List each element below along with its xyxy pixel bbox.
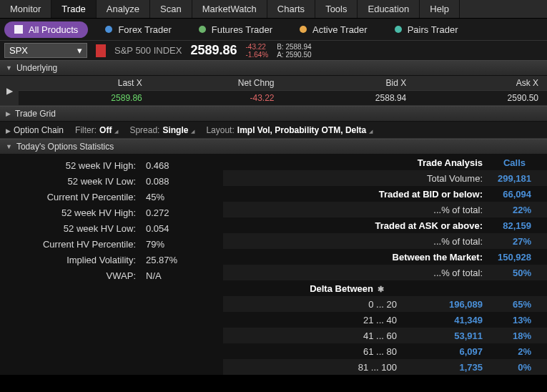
delta-pct: 13% — [490, 315, 547, 325]
main-tab-charts[interactable]: Charts — [267, 0, 315, 18]
todays-stats-label: Today's Options Statistics — [16, 142, 114, 152]
spread-label: Spread: — [129, 125, 159, 135]
chevron-down-icon: ▼ — [6, 143, 12, 150]
stat-row: 52 week HV Low:0.054 — [0, 220, 223, 236]
analysis-label: ...% of total: — [223, 205, 490, 215]
option-chain-toggle[interactable]: ▶ Option Chain — [6, 125, 64, 135]
chevron-down-icon: ◢ — [369, 129, 373, 134]
sub-tab-label: Pairs Trader — [408, 24, 458, 35]
stat-value: N/A — [140, 270, 162, 281]
underlying-header[interactable]: ▼ Underlying — [0, 60, 547, 76]
dot-icon — [395, 26, 402, 33]
underlying-header-cell: Last X — [19, 76, 151, 91]
symbol-name: S&P 500 INDEX — [114, 45, 182, 56]
stat-label: 52 week IV High: — [0, 160, 140, 171]
layout-control[interactable]: Layout: Impl Vol, Probability OTM, Delta… — [206, 125, 373, 135]
option-chain-bar: ▶ Option Chain Filter: Off ◢ Spread: Sin… — [0, 122, 547, 139]
analysis-row: Total Volume:299,181 — [223, 170, 547, 186]
delta-row: 0 ... 20196,08965% — [223, 296, 547, 312]
main-tab-scan[interactable]: Scan — [150, 0, 192, 18]
chevron-right-icon: ▶ — [6, 86, 13, 96]
sub-tab-all-products[interactable]: All Products — [4, 21, 88, 38]
main-tab-analyze[interactable]: Analyze — [97, 0, 150, 18]
symbol-price: 2589.86 — [190, 43, 237, 58]
stat-value: 79% — [140, 239, 164, 250]
analysis-label: ...% of total: — [223, 236, 490, 247]
delta-value: 53,911 — [404, 330, 490, 341]
alert-icon[interactable] — [96, 44, 106, 57]
delta-pct: 2% — [490, 346, 547, 357]
change-abs: -43.22 — [246, 43, 269, 51]
analysis-label: ...% of total: — [223, 268, 490, 278]
sub-tab-pairs-trader[interactable]: Pairs Trader — [385, 21, 468, 38]
sub-tab-futures-trader[interactable]: Futures Trader — [189, 21, 282, 38]
filter-value: Off — [99, 125, 112, 135]
underlying-value-cell: 2588.94 — [283, 91, 415, 105]
layout-value: Impl Vol, Probability OTM, Delta — [237, 125, 366, 135]
stat-label: 52 week IV Low: — [0, 176, 140, 187]
spread-control[interactable]: Spread: Single ◢ — [129, 125, 194, 135]
underlying-label: Underlying — [16, 63, 57, 73]
underlying-header-cell: Ask X — [415, 76, 547, 91]
dot-icon — [199, 26, 206, 33]
main-tab-education[interactable]: Education — [358, 0, 420, 18]
analysis-row: Between the Market:150,928 — [223, 249, 547, 265]
main-tab-help[interactable]: Help — [420, 0, 460, 18]
underlying-header-cell: Bid X — [283, 76, 415, 91]
trade-analysis-header: Trade AnalysisCalls — [223, 155, 547, 170]
main-tab-trade[interactable]: Trade — [51, 0, 96, 18]
analysis-value: 22% — [490, 205, 547, 215]
main-tab-monitor[interactable]: Monitor — [0, 0, 51, 18]
stat-row: Current HV Percentile:79% — [0, 236, 223, 252]
filter-label: Filter: — [75, 125, 97, 135]
sub-tab-forex-trader[interactable]: Forex Trader — [95, 21, 181, 38]
stat-value: 25.87% — [140, 255, 177, 265]
delta-range: 81 ... 100 — [223, 362, 404, 373]
stat-value: 0.054 — [140, 223, 169, 234]
symbol-select[interactable]: SPX ▾ — [4, 43, 87, 58]
expand-arrow[interactable]: ▶ — [0, 76, 19, 105]
stat-row: 52 week HV High:0.272 — [0, 205, 223, 220]
sub-tab-active-trader[interactable]: Active Trader — [290, 21, 378, 38]
stat-value: 0.468 — [140, 160, 169, 171]
stat-row: Implied Volatility:25.87% — [0, 252, 223, 268]
analysis-label: Traded at BID or below: — [223, 189, 490, 200]
underlying-value-cell: -43.22 — [151, 91, 283, 105]
underlying-header-cell: Net Chng — [151, 76, 283, 91]
analysis-row: Traded at BID or below:66,094 — [223, 186, 547, 202]
main-tab-marketwatch[interactable]: MarketWatch — [192, 0, 267, 18]
stat-row: VWAP:N/A — [0, 268, 223, 283]
delta-value: 6,097 — [404, 346, 490, 357]
trade-grid-header[interactable]: ▶ Trade Grid — [0, 106, 547, 122]
stat-value: 0.088 — [140, 176, 169, 187]
sub-tab-label: Forex Trader — [118, 24, 171, 35]
bid-value: B: 2588.94 — [277, 43, 311, 51]
stats-left: 52 week IV High:0.46852 week IV Low:0.08… — [0, 155, 223, 375]
stats-body: 52 week IV High:0.46852 week IV Low:0.08… — [0, 155, 547, 375]
sub-tab-label: Active Trader — [312, 24, 368, 35]
chevron-right-icon: ▶ — [6, 110, 11, 117]
gear-icon[interactable]: ✱ — [378, 285, 384, 293]
analysis-label: Traded at ASK or above: — [223, 220, 490, 231]
delta-range: 0 ... 20 — [223, 299, 404, 310]
main-tab-tools[interactable]: Tools — [315, 0, 358, 18]
analysis-row: Traded at ASK or above:82,159 — [223, 217, 547, 233]
delta-pct: 18% — [490, 330, 547, 341]
analysis-value: 50% — [490, 268, 547, 278]
delta-range: 21 ... 40 — [223, 315, 404, 325]
chevron-down-icon: ◢ — [114, 129, 118, 134]
todays-stats-header[interactable]: ▼ Today's Options Statistics — [0, 139, 547, 155]
stat-label: Current HV Percentile: — [0, 239, 140, 250]
option-chain-label: Option Chain — [14, 125, 64, 135]
chevron-down-icon: ▾ — [77, 45, 82, 56]
delta-header-row: Delta Between✱ — [223, 280, 547, 296]
sub-tabs: All ProductsForex TraderFutures TraderAc… — [0, 19, 547, 40]
symbol-bidask: B: 2588.94 A: 2590.50 — [277, 43, 311, 59]
delta-between-label: Delta Between✱ — [223, 283, 547, 294]
sub-tab-label: All Products — [29, 24, 78, 35]
ask-value: A: 2590.50 — [277, 51, 311, 59]
layout-label: Layout: — [206, 125, 234, 135]
change-pct: -1.64% — [246, 51, 269, 59]
grid-icon — [14, 25, 23, 34]
filter-control[interactable]: Filter: Off ◢ — [75, 125, 118, 135]
